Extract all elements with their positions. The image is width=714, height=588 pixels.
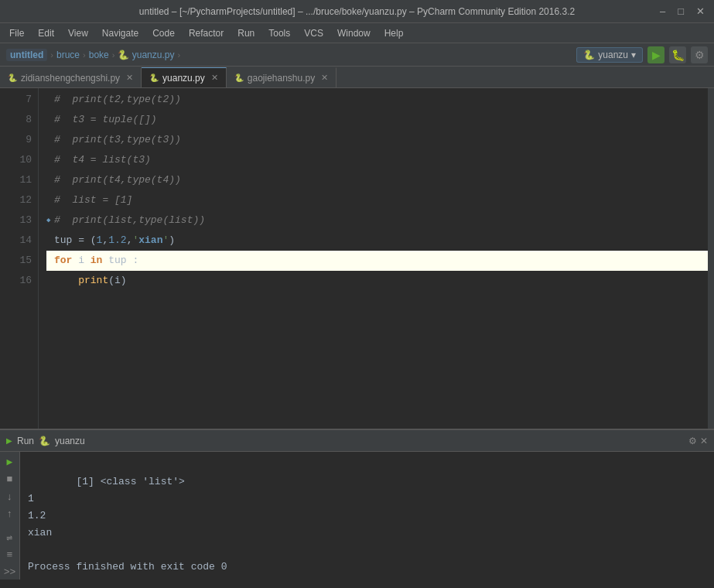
menu-help[interactable]: Help — [378, 26, 410, 41]
code-line-13: ◆ # print(list,type(list)) — [46, 210, 708, 231]
code-line-14: tup = (1,1.2,'xian') — [46, 231, 708, 251]
line-numbers: 7 8 9 10 11 12 13 14 15 16 — [0, 88, 39, 429]
run-wrap-button[interactable]: ⇌ — [2, 531, 18, 545]
run-header-controls[interactable]: ⚙ ✕ — [688, 436, 708, 446]
tab-yuanzu[interactable]: 🐍 yuanzu.py ✕ — [142, 67, 227, 87]
run-stop-button[interactable]: ■ — [2, 472, 18, 486]
run-config-icon: 🐍 — [583, 50, 595, 60]
menu-run[interactable]: Run — [231, 26, 261, 41]
line-num-8: 8 — [0, 110, 32, 130]
menu-file[interactable]: File — [3, 26, 30, 41]
tab-icon-2: 🐍 — [149, 74, 159, 82]
breadcrumb-file[interactable]: 🐍 yuanzu.py — [118, 50, 174, 60]
editor-scrollbar[interactable] — [708, 88, 714, 429]
menu-window[interactable]: Window — [331, 26, 377, 41]
menu-edit[interactable]: Edit — [32, 26, 60, 41]
run-tab-label: Run — [17, 436, 34, 446]
run-side-controls: ▶ ■ ↓ ↑ ⇌ ≡ >> — [0, 452, 20, 579]
code-line-8: # t3 = tuple([]) — [46, 110, 708, 130]
menu-navigate[interactable]: Navigate — [96, 26, 145, 41]
tab-icon-3: 🐍 — [234, 74, 244, 82]
navbar-right: 🐍 yuanzu ▾ ▶ 🐛 ⚙ — [576, 46, 708, 63]
maximize-button[interactable]: □ — [675, 5, 687, 17]
line-num-12: 12 — [0, 190, 32, 210]
settings-button[interactable]: ⚙ — [691, 46, 708, 63]
line-num-13: 13 — [0, 210, 32, 231]
code-line-10: # t4 = list(t3) — [46, 150, 708, 170]
chevron-down-icon: ▾ — [631, 50, 636, 60]
line-num-10: 10 — [0, 150, 32, 170]
run-list-button[interactable]: ≡ — [2, 548, 18, 562]
menu-view[interactable]: View — [62, 26, 94, 41]
minimize-button[interactable]: – — [657, 5, 668, 17]
menu-refactor[interactable]: Refactor — [183, 26, 230, 41]
code-line-11: # print(t4,type(t4)) — [46, 170, 708, 190]
close-button[interactable]: ✕ — [693, 5, 708, 17]
debug-button[interactable]: 🐛 — [669, 46, 686, 63]
tab-label-2: yuanzu.py — [162, 73, 205, 84]
code-line-9: # print(t3,type(t3)) — [46, 130, 708, 150]
code-line-15: for i in tup : — [46, 251, 708, 271]
run-scroll-down-button[interactable]: ↓ — [2, 490, 18, 504]
tab-label-3: gaojiehanshu.py — [248, 73, 315, 84]
run-config-label: yuanzu — [598, 50, 628, 60]
tab-close-1[interactable]: ✕ — [126, 73, 133, 83]
line-num-9: 9 — [0, 130, 32, 150]
title-text: untitled – [~/PycharmProjects/untitled] … — [139, 6, 575, 17]
run-config-icon-small: 🐍 — [39, 436, 50, 446]
run-tab-icon: ▶ — [6, 436, 12, 445]
breadcrumb-bruce[interactable]: bruce — [56, 50, 80, 60]
run-play-button[interactable]: ▶ — [2, 455, 18, 469]
run-config-name: yuanzu — [55, 436, 85, 446]
tab-close-2[interactable]: ✕ — [211, 73, 218, 83]
tab-icon-1: 🐍 — [8, 74, 17, 82]
breadcrumb-boke[interactable]: boke — [89, 50, 109, 60]
run-config-selector[interactable]: 🐍 yuanzu ▾ — [576, 47, 643, 63]
menu-tools[interactable]: Tools — [262, 26, 296, 41]
nav-bar: untitled › bruce › boke › 🐍 yuanzu.py › … — [0, 43, 714, 67]
code-line-7: # print(t2,type(t2)) — [46, 90, 708, 110]
run-panel-header: ▶ Run 🐍 yuanzu ⚙ ✕ — [0, 430, 714, 452]
breadcrumb-untitled[interactable]: untitled — [6, 49, 47, 61]
run-panel: ▶ Run 🐍 yuanzu ⚙ ✕ ▶ ■ ↓ ↑ ⇌ ≡ >> [1] <c… — [0, 429, 714, 579]
line-num-11: 11 — [0, 170, 32, 190]
code-editor[interactable]: 7 8 9 10 11 12 13 14 15 16 # print(t2,ty… — [0, 88, 714, 429]
window-controls[interactable]: – □ ✕ — [657, 5, 708, 17]
menu-vcs[interactable]: VCS — [298, 26, 330, 41]
tab-label-1: zidianshengchengshi.py — [21, 73, 120, 84]
run-button[interactable]: ▶ — [647, 46, 664, 63]
run-settings-icon[interactable]: ⚙ — [688, 436, 697, 446]
tab-gaojiehanshu[interactable]: 🐍 gaojiehanshu.py ✕ — [227, 67, 337, 87]
code-line-16: print(i) — [46, 271, 708, 291]
line-num-15: 15 — [0, 251, 32, 271]
run-output-content: [1] <class 'list'> 1 1.2 xian Process fi… — [28, 476, 227, 573]
run-output-area: ▶ ■ ↓ ↑ ⇌ ≡ >> [1] <class 'list'> 1 1.2 … — [0, 452, 714, 579]
title-bar: untitled – [~/PycharmProjects/untitled] … — [0, 0, 714, 23]
main-layout: 7 8 9 10 11 12 13 14 15 16 # print(t2,ty… — [0, 88, 714, 588]
line-num-7: 7 — [0, 90, 32, 110]
run-more-button[interactable]: >> — [2, 566, 18, 579]
line-num-16: 16 — [0, 271, 32, 291]
run-scroll-up-button[interactable]: ↑ — [2, 507, 18, 521]
run-output-text: [1] <class 'list'> 1 1.2 xian Process fi… — [20, 452, 714, 579]
code-content[interactable]: # print(t2,type(t2)) # t3 = tuple([]) # … — [39, 88, 708, 429]
tab-zidianshengchengshi[interactable]: 🐍 zidianshengchengshi.py ✕ — [0, 67, 142, 87]
tab-bar: 🐍 zidianshengchengshi.py ✕ 🐍 yuanzu.py ✕… — [0, 67, 714, 88]
menu-code[interactable]: Code — [146, 26, 181, 41]
run-close-icon[interactable]: ✕ — [700, 436, 708, 446]
code-line-12: # list = [1] — [46, 190, 708, 210]
tab-close-3[interactable]: ✕ — [321, 73, 328, 83]
menu-bar: File Edit View Navigate Code Refactor Ru… — [0, 23, 714, 43]
line-num-14: 14 — [0, 231, 32, 251]
